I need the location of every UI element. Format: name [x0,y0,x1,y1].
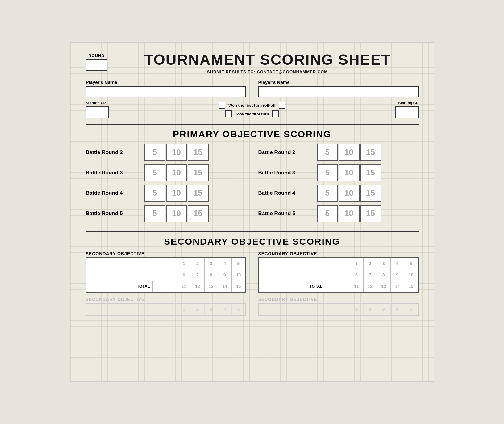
score-box-10d[interactable]: 10 [166,205,187,222]
player1-name-input[interactable] [86,86,246,97]
num-10[interactable]: 10 [232,269,245,281]
r-num-10[interactable]: 10 [404,269,418,281]
r-score-box-5c[interactable]: 5 [317,185,338,202]
secondary-left-name-field[interactable] [86,258,177,281]
score-box-5[interactable]: 5 [144,144,165,161]
num-4[interactable]: 4 [218,258,232,269]
score-box-5c[interactable]: 5 [144,185,165,202]
cp-left-input[interactable] [86,106,109,118]
num-3[interactable]: 3 [205,258,218,269]
score-box-15[interactable]: 15 [188,144,209,161]
num-8[interactable]: 8 [205,269,218,281]
num2-4[interactable]: 4 [218,304,232,315]
num2-1[interactable]: 1 [177,304,191,315]
secondary-left-name-area-2 [86,304,177,315]
num2-2[interactable]: 2 [191,304,205,315]
num2-5[interactable]: 5 [232,304,245,315]
r-score-box-10d[interactable]: 10 [339,205,360,222]
r-score-box-5d[interactable]: 5 [317,205,338,222]
r-num2-5[interactable]: 5 [404,304,418,315]
r-num-5[interactable]: 5 [404,258,418,269]
num-7[interactable]: 7 [191,269,205,281]
r-score-box-10c[interactable]: 10 [339,185,360,202]
num-9[interactable]: 9 [218,269,232,281]
secondary-right-name-field-2[interactable] [259,304,350,315]
r-score-box-15d[interactable]: 15 [360,205,381,222]
r-score-box-5[interactable]: 5 [317,144,338,161]
secondary-left-total-input[interactable] [152,281,177,292]
score-box-15b[interactable]: 15 [188,164,209,181]
num2-3[interactable]: 3 [205,304,218,315]
r-num-9[interactable]: 9 [391,269,404,281]
r-num-14[interactable]: 14 [391,281,404,292]
battle-round-3-left-scores: 5 10 15 [144,164,209,181]
player2-name-input[interactable] [258,86,419,97]
battle-round-3-right-label: Battle Round 3 [258,170,317,176]
r-score-box-15[interactable]: 15 [360,144,381,161]
r-num-1[interactable]: 1 [350,258,364,269]
r-score-box-10[interactable]: 10 [339,144,360,161]
num-6[interactable]: 6 [177,269,191,281]
score-box-10b[interactable]: 10 [166,164,187,181]
r-num-4[interactable]: 4 [391,258,404,269]
secondary-left-total-area: TOTAL [86,281,177,292]
r-score-box-10b[interactable]: 10 [339,164,360,181]
score-box-15d[interactable]: 15 [188,205,209,222]
score-box-15c[interactable]: 15 [188,185,209,202]
roll-section: Won the first turn roll-off Took the fir… [109,102,395,117]
first-turn-checkbox-left[interactable] [225,110,232,117]
battle-round-2-left-label: Battle Round 2 [86,149,144,156]
score-box-5b[interactable]: 5 [144,164,165,181]
r-num-13[interactable]: 13 [377,281,391,292]
r-num-8[interactable]: 8 [377,269,391,281]
r-score-box-5b[interactable]: 5 [317,164,338,181]
secondary-left-row-2: 1 2 3 4 5 [86,304,245,315]
r-num-7[interactable]: 7 [364,269,377,281]
secondary-left-nums-mid: 6 7 8 9 10 [177,269,245,281]
num-1[interactable]: 1 [177,258,191,269]
secondary-title: SECONDARY OBJECTIVE SCORING [86,236,419,247]
num-11[interactable]: 11 [177,281,191,292]
primary-right-col: Battle Round 2 5 10 15 Battle Round 3 5 … [258,144,419,225]
secondary-left-name-field-2[interactable] [86,304,177,315]
r-num-11[interactable]: 11 [350,281,364,292]
r-num-3[interactable]: 3 [377,258,391,269]
score-box-10[interactable]: 10 [166,144,187,161]
r-num-2[interactable]: 2 [364,258,377,269]
battle-round-3-left-label: Battle Round 3 [86,170,144,176]
battle-round-4-right-scores: 5 10 15 [317,185,381,202]
r-score-box-15b[interactable]: 15 [360,164,381,181]
r-num2-1[interactable]: 1 [350,304,364,315]
first-turn-checkbox-right[interactable] [272,110,279,117]
secondary-right-name-area-2 [259,304,350,315]
r-num-6[interactable]: 6 [350,269,364,281]
r-num-15[interactable]: 15 [404,281,418,292]
r-score-box-15c[interactable]: 15 [360,185,381,202]
score-box-5d[interactable]: 5 [144,205,165,222]
score-box-10c[interactable]: 10 [166,185,187,202]
roll-off-checkbox-left[interactable] [219,102,225,109]
r-num2-4[interactable]: 4 [391,304,404,315]
roll-off-checkbox-right[interactable] [279,102,285,109]
r-num2-2[interactable]: 2 [364,304,377,315]
num-5[interactable]: 5 [232,258,245,269]
secondary-right-header: SECONDARY OBJECTIVE [258,251,419,256]
battle-round-4-left: Battle Round 4 5 10 15 [86,185,246,202]
secondary-right-name-field[interactable] [259,258,350,281]
cp-left: Starting CP [86,101,109,118]
num-15[interactable]: 15 [232,281,245,292]
cp-right-input[interactable] [395,106,419,118]
first-turn-row: Took the first turn [225,110,279,117]
r-num-12[interactable]: 12 [364,281,377,292]
num-12[interactable]: 12 [191,281,205,292]
round-input[interactable] [86,59,107,71]
secondary-right-col: SECONDARY OBJECTIVE TOTAL 1 2 [258,251,419,293]
secondary-left-col-2: SECONDARY OBJECTIVE 1 2 3 4 5 [86,297,246,316]
main-title: TOURNAMENT SCORING SHEET [117,52,419,68]
r-num2-3[interactable]: 3 [377,304,391,315]
num-2[interactable]: 2 [191,258,205,269]
num-14[interactable]: 14 [218,281,232,292]
num-13[interactable]: 13 [205,281,218,292]
roll-off-text: Won the first turn roll-off [228,103,276,108]
secondary-right-total-input[interactable] [325,281,350,292]
